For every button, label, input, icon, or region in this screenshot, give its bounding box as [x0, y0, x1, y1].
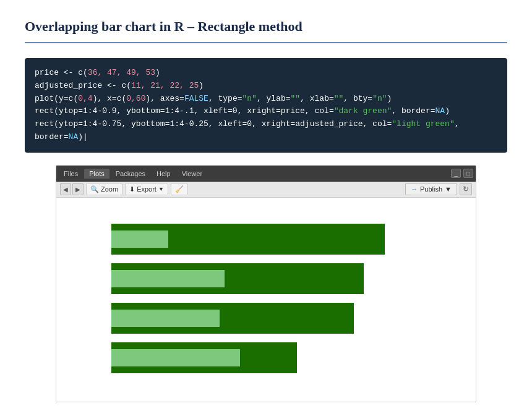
code-line-5: rect(ytop=1:4-0.75, ybottom=1:4-0.25, xl… — [35, 118, 497, 144]
export-icon: ⬇ — [129, 185, 135, 193]
zoom-btn[interactable]: 🔍 Zoom — [86, 183, 122, 195]
bar-row-3 — [111, 300, 421, 337]
broom-btn[interactable]: 🧹 — [171, 183, 188, 195]
code-line-2: adjusted_price <- c(11, 21, 22, 25) — [35, 80, 497, 93]
code-line-4: rect(ytop=1:4-0.9, ybottom=1:4-.1, xleft… — [35, 105, 497, 118]
publish-label: Publish — [420, 185, 442, 193]
refresh-btn[interactable]: ↻ — [460, 183, 472, 195]
bar-container-3 — [111, 303, 421, 334]
export-arrow-icon: ▼ — [158, 186, 164, 192]
publish-btn[interactable]: → Publish ▼ — [405, 183, 457, 195]
bar-container-1 — [111, 224, 421, 255]
light-bar-1 — [111, 230, 168, 248]
light-bar-2 — [111, 270, 225, 287]
export-label: Export — [137, 185, 157, 193]
bar-container-4 — [111, 342, 421, 373]
plot-toolbar: ◀ ▶ 🔍 Zoom ⬇ Export ▼ 🧹 → Publish ▼ — [56, 182, 476, 198]
broom-icon: 🧹 — [175, 185, 184, 193]
panel-tabs: Files Plots Packages Help Viewer _ □ — [56, 166, 476, 182]
bar-row-4 — [111, 339, 421, 376]
tab-viewer[interactable]: Viewer — [177, 169, 207, 179]
rstudio-panel: Files Plots Packages Help Viewer _ □ ◀ ▶… — [56, 165, 476, 402]
code-block: price <- c(36, 47, 49, 53) adjusted_pric… — [25, 58, 507, 153]
tab-plots[interactable]: Plots — [84, 169, 109, 179]
page-title: Overlapping bar chart in R – Rectangle m… — [25, 19, 507, 35]
tab-packages[interactable]: Packages — [111, 169, 150, 179]
chart-area — [56, 198, 476, 402]
tab-right-controls: _ □ — [451, 169, 473, 178]
publish-icon: → — [411, 185, 418, 193]
code-line-3: plot(y=c(0,4), x=c(0,60), axes=FALSE, ty… — [35, 93, 497, 106]
export-btn[interactable]: ⬇ Export ▼ — [125, 183, 168, 195]
nav-controls: ◀ ▶ — [60, 183, 84, 195]
minimize-btn[interactable]: _ — [451, 169, 461, 178]
bar-container-2 — [111, 263, 421, 294]
light-bar-4 — [111, 349, 240, 366]
zoom-label: Zoom — [101, 185, 118, 193]
light-bar-3 — [111, 310, 220, 327]
toolbar-right: → Publish ▼ ↻ — [405, 183, 472, 195]
bar-row-2 — [111, 260, 421, 297]
code-line-1: price <- c(36, 47, 49, 53) — [35, 67, 497, 80]
prev-plot-btn[interactable]: ◀ — [60, 183, 71, 195]
title-divider — [25, 42, 507, 43]
tab-help[interactable]: Help — [152, 169, 176, 179]
next-plot-btn[interactable]: ▶ — [72, 183, 84, 195]
search-icon: 🔍 — [90, 185, 99, 193]
page: Overlapping bar chart in R – Rectangle m… — [0, 0, 532, 406]
bar-chart — [111, 221, 421, 379]
maximize-btn[interactable]: □ — [463, 169, 473, 178]
tab-files[interactable]: Files — [59, 169, 83, 179]
publish-arrow-icon: ▼ — [445, 185, 452, 193]
bar-row-1 — [111, 221, 421, 258]
